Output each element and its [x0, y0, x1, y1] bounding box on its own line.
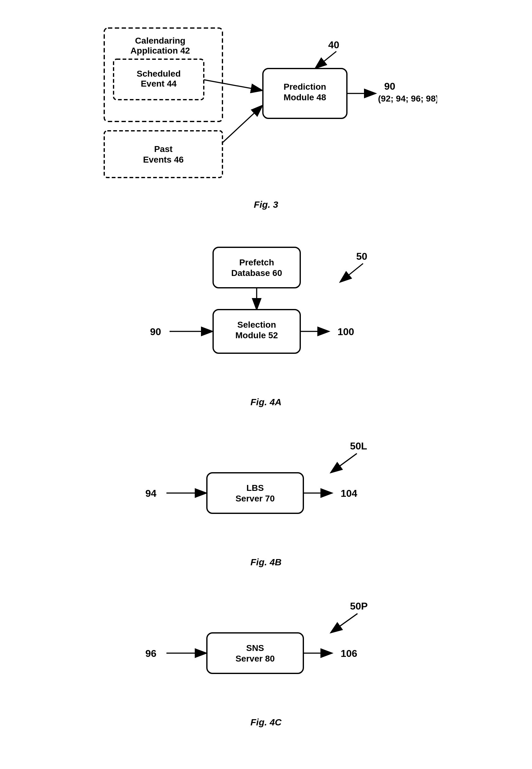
- fig4c-label: Fig. 4C: [126, 717, 406, 728]
- svg-line-43: [331, 453, 357, 472]
- diagram-fig4c: SNS Server 80 96 106 50P Fig. 4C: [126, 593, 406, 728]
- page-content: Calendaring Application 42 Scheduled Eve…: [0, 0, 532, 769]
- svg-rect-35: [207, 473, 303, 513]
- svg-text:Scheduled: Scheduled: [137, 69, 181, 78]
- svg-line-53: [331, 614, 357, 632]
- svg-line-14: [222, 106, 262, 143]
- svg-text:Events 46: Events 46: [143, 155, 184, 164]
- svg-line-19: [316, 51, 336, 68]
- svg-text:Calendaring: Calendaring: [135, 36, 185, 45]
- svg-text:90: 90: [150, 326, 161, 337]
- svg-text:90: 90: [384, 81, 395, 92]
- fig3-label: Fig. 3: [95, 199, 437, 210]
- svg-text:Selection: Selection: [237, 320, 276, 330]
- svg-text:106: 106: [341, 648, 357, 659]
- svg-text:(92; 94; 96; 98): (92; 94; 96; 98): [378, 94, 437, 103]
- svg-text:100: 100: [338, 326, 354, 337]
- fig4b-label: Fig. 4B: [126, 557, 406, 567]
- svg-text:Database 60: Database 60: [231, 268, 282, 278]
- svg-text:Prediction: Prediction: [284, 82, 326, 91]
- svg-text:104: 104: [341, 488, 357, 499]
- svg-rect-45: [207, 633, 303, 673]
- diagram-fig4b: LBS Server 70 94 104 50L Fig. 4B: [126, 432, 406, 567]
- svg-text:Past: Past: [154, 144, 172, 154]
- svg-text:Prefetch: Prefetch: [239, 258, 274, 267]
- svg-rect-21: [213, 247, 300, 288]
- svg-text:50P: 50P: [350, 601, 368, 612]
- diagram-fig4a: Prefetch Database 60 Selection Module 52…: [126, 235, 406, 407]
- svg-text:96: 96: [145, 648, 156, 659]
- svg-text:Server 80: Server 80: [236, 654, 275, 664]
- svg-text:Module 52: Module 52: [236, 331, 278, 340]
- svg-text:Server 70: Server 70: [236, 494, 275, 503]
- svg-line-33: [341, 264, 363, 282]
- svg-text:50L: 50L: [350, 440, 367, 452]
- fig4a-label: Fig. 4A: [126, 397, 406, 407]
- svg-text:Module 48: Module 48: [284, 92, 326, 102]
- svg-text:40: 40: [328, 39, 339, 50]
- svg-text:Application 42: Application 42: [130, 46, 190, 55]
- svg-text:Event 44: Event 44: [141, 79, 177, 88]
- svg-text:SNS: SNS: [246, 643, 264, 653]
- svg-text:50: 50: [356, 251, 367, 262]
- svg-rect-6: [104, 131, 222, 177]
- diagram-fig3: Calendaring Application 42 Scheduled Eve…: [95, 19, 437, 210]
- svg-text:LBS: LBS: [246, 483, 264, 493]
- svg-text:94: 94: [145, 488, 156, 499]
